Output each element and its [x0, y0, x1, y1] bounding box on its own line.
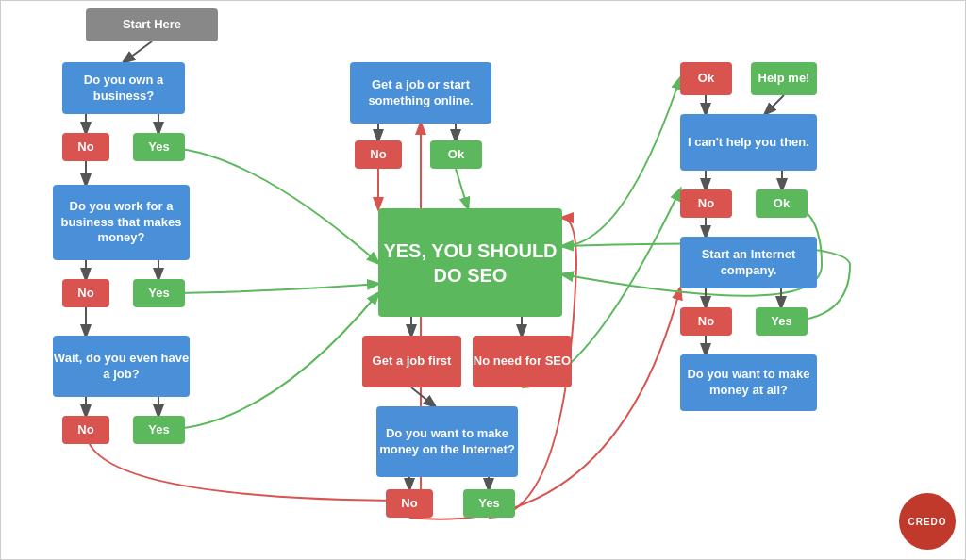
no1-node: No — [62, 133, 109, 161]
no7-node: No — [680, 307, 732, 336]
no3-node: No — [62, 416, 109, 444]
make-money-at-all-node: Do you want to make money at all? — [680, 354, 817, 411]
no5-node: No — [386, 489, 433, 518]
work-biz-node: Do you work for a business that makes mo… — [53, 185, 190, 260]
yes1-node: Yes — [133, 133, 185, 161]
yes2-node: Yes — [133, 279, 185, 307]
yes5-node: Yes — [463, 489, 515, 518]
no-need-seo-node: No need for SEO — [473, 336, 572, 387]
internet-co-node: Start an Internet company. — [680, 237, 817, 288]
no4-node: No — [355, 140, 402, 169]
credo-badge: CREDO — [899, 493, 956, 550]
no6-node: No — [680, 189, 732, 218]
start-node: Start Here — [86, 8, 218, 41]
ok1-node: Ok — [430, 140, 482, 169]
ok2-node: Ok — [756, 189, 808, 218]
yes3-node: Yes — [133, 416, 185, 444]
own-biz-node: Do you own a business? — [62, 62, 185, 114]
help-me-node: Help me! — [751, 62, 817, 95]
no2-node: No — [62, 279, 109, 307]
get-job-online-node: Get a job or start something online. — [350, 62, 491, 124]
svg-line-0 — [124, 41, 152, 62]
yes-seo-node: YES, YOU SHOULD DO SEO — [378, 208, 562, 317]
svg-line-17 — [765, 95, 784, 114]
have-job-node: Wait, do you even have a job? — [53, 336, 190, 397]
yes7-node: Yes — [756, 307, 808, 336]
cant-help-node: I can't help you then. — [680, 114, 817, 171]
get-job-first-node: Get a job first — [362, 336, 461, 387]
flowchart-container: Start Here Do you own a business? No Yes… — [0, 0, 966, 560]
make-money-internet-node: Do you want to make money on the Interne… — [376, 406, 518, 477]
svg-line-13 — [411, 387, 435, 406]
ok-top-node: Ok — [680, 62, 732, 95]
